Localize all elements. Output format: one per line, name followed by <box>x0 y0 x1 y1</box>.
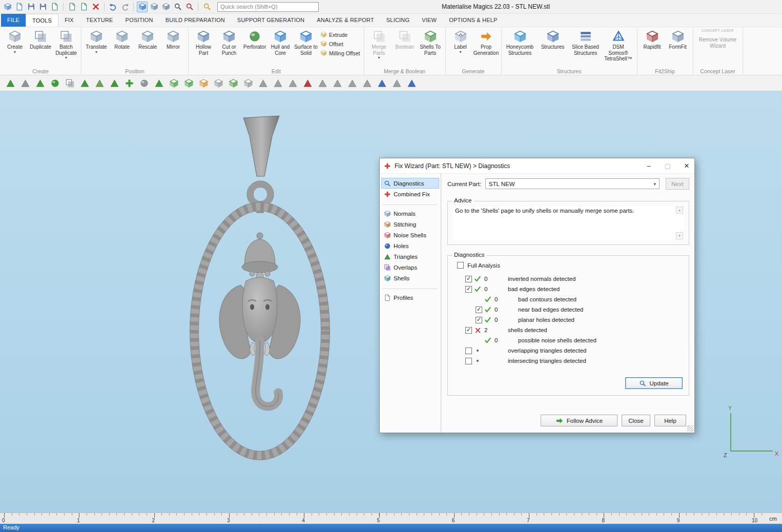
delete-marked-icon[interactable] <box>301 77 314 89</box>
copy-part-icon[interactable] <box>78 2 89 12</box>
fix-wizard-nav-normals[interactable]: Normals <box>381 208 439 219</box>
ribbon-hollow-part-button[interactable]: Hollow Part <box>191 29 216 57</box>
tab-texture[interactable]: TEXTURE <box>80 14 119 27</box>
section-view-icon[interactable] <box>390 77 403 89</box>
checkbox-inverted-normals-detected[interactable] <box>465 276 472 282</box>
ribbon-merge-parts-button[interactable]: Merge Parts▾ <box>366 29 392 62</box>
ribbon-dsm-somos-tetrashell-button[interactable]: DSM Somos® TetraShell™ <box>602 29 635 63</box>
viewport-3d[interactable]: Y X Z Fix Wizard (Part: STL NEW) > Diagn… <box>0 91 782 513</box>
close-icon[interactable]: ✕ <box>679 158 694 173</box>
mark-curve-icon[interactable] <box>93 77 106 89</box>
detect-overlaps-icon[interactable] <box>376 77 388 89</box>
next-button[interactable]: Next <box>666 178 689 190</box>
move-point-icon[interactable] <box>361 77 373 89</box>
stitch-edges-icon[interactable] <box>331 77 343 89</box>
ribbon-surface-to-solid-button[interactable]: Surface to Solid <box>293 29 319 57</box>
mark-part-icon[interactable] <box>168 77 180 89</box>
add-part-icon[interactable] <box>67 2 77 12</box>
unify-shells-icon[interactable] <box>182 77 195 89</box>
fix-wizard-nav-diagnostics[interactable]: Diagnostics <box>381 178 439 189</box>
close-part-icon[interactable] <box>90 2 101 12</box>
ribbon-rescale-button[interactable]: Rescale <box>135 29 160 51</box>
quick-search-input[interactable] <box>217 2 319 12</box>
mark-shell-icon[interactable] <box>49 77 61 89</box>
fix-wizard-nav-shells[interactable]: Shells <box>381 273 439 283</box>
scroll-down-icon[interactable]: ▾ <box>676 232 683 239</box>
smooth-part-icon[interactable] <box>197 77 210 89</box>
mark-rectangle-icon[interactable] <box>64 77 76 89</box>
ribbon-create-button[interactable]: Create▾ <box>2 29 28 55</box>
checkbox-bad-edges-detected[interactable] <box>465 286 472 293</box>
current-part-select[interactable]: STL NEW ▾ <box>485 178 660 189</box>
update-button[interactable]: Update <box>625 377 683 389</box>
checkbox-shells-detected[interactable] <box>465 327 472 334</box>
mark-triangle-icon[interactable] <box>4 77 16 89</box>
tab-file[interactable]: FILE <box>1 14 26 27</box>
mark-plane-icon[interactable] <box>108 77 120 89</box>
follow-advice-button[interactable]: Follow Advice <box>541 415 618 426</box>
ribbon-shells-to-parts-button[interactable]: Shells To Parts <box>418 29 443 57</box>
resize-grip[interactable] <box>687 425 693 432</box>
wrap-part-icon[interactable] <box>242 77 254 89</box>
tab-slicing[interactable]: SLICING <box>380 14 416 27</box>
dialog-title-bar[interactable]: Fix Wizard (Part: STL NEW) > Diagnostics… <box>380 158 694 174</box>
undo-icon[interactable] <box>108 2 118 12</box>
ribbon-label-button[interactable]: Label▾ <box>448 29 474 55</box>
fix-wizard-nav-stitching[interactable]: Stitching <box>381 219 439 230</box>
checkbox-planar-holes-detected[interactable] <box>476 317 482 323</box>
delete-triangle-icon[interactable] <box>272 77 284 89</box>
zoom-icon[interactable] <box>172 2 183 12</box>
ribbon-slice-based-structures-button[interactable]: Slice Based Structures <box>569 29 602 57</box>
ribbon-rapidfit-button[interactable]: Rapidfit <box>640 29 665 51</box>
ribbon-duplicate-button[interactable]: Duplicate <box>28 29 53 51</box>
ribbon-perforator-button[interactable]: Perforator <box>242 29 267 51</box>
ribbon-mirror-button[interactable]: Mirror <box>160 29 186 51</box>
fix-wizard-nav-combined-fix[interactable]: Combined Fix <box>381 189 439 199</box>
zoom-selection-icon[interactable] <box>184 2 195 12</box>
offset-part-icon[interactable] <box>212 77 224 89</box>
fix-wizard-nav-noise-shells[interactable]: Noise Shells <box>381 230 439 240</box>
ribbon-structures-button[interactable]: Structures <box>537 29 569 51</box>
minimize-icon[interactable]: – <box>641 158 656 173</box>
ribbon-batch-duplicate-button[interactable]: Batch Duplicate▾ <box>53 29 79 62</box>
close-button[interactable]: Close <box>622 415 650 426</box>
tab-fix[interactable]: FIX <box>58 14 80 27</box>
ribbon-boolean-button[interactable]: Boolean <box>392 29 418 51</box>
checkbox-near-bad-edges-detected[interactable] <box>476 306 482 313</box>
ribbon-cut-or-punch-button[interactable]: Cut or Punch <box>216 29 242 57</box>
unmark-all-icon[interactable] <box>153 77 165 89</box>
tab-analyze-report[interactable]: ANALYZE & REPORT <box>311 14 380 27</box>
iso-view-icon[interactable] <box>137 2 148 12</box>
app-window-icon[interactable] <box>2 2 13 12</box>
tab-build-preparation[interactable]: BUILD PREPARATION <box>159 14 231 27</box>
checkbox-intersecting-triangles-detected[interactable] <box>465 358 472 364</box>
fix-wizard-nav-profiles[interactable]: Profiles <box>381 292 439 303</box>
save-all-icon[interactable] <box>37 2 48 12</box>
ribbon-hull-and-core-button[interactable]: Hull and Core <box>267 29 293 57</box>
mark-window-icon[interactable] <box>19 77 31 89</box>
tab-options-help[interactable]: OPTIONS & HELP <box>443 14 504 27</box>
import-part-icon[interactable] <box>49 2 60 12</box>
new-document-icon[interactable] <box>14 2 25 12</box>
checkbox-overlapping-triangles-detected[interactable] <box>465 347 472 354</box>
tab-view[interactable]: VIEW <box>416 14 443 27</box>
hollow-part-icon[interactable] <box>227 77 239 89</box>
split-edge-icon[interactable] <box>346 77 358 89</box>
top-view-icon[interactable] <box>160 2 171 12</box>
ribbon-extrude-button[interactable]: Extrude <box>320 31 347 38</box>
fix-wizard-nav-holes[interactable]: Holes <box>381 240 439 251</box>
ribbon-honeycomb-structures-button[interactable]: Honeycomb Structures <box>504 29 537 57</box>
fill-hole-icon[interactable] <box>316 77 328 89</box>
ribbon-offset-button[interactable]: Offset <box>320 40 343 47</box>
measure-triangle-icon[interactable] <box>405 77 418 89</box>
full-analysis-checkbox[interactable] <box>457 262 464 269</box>
ribbon-translate-button[interactable]: Translate▾ <box>84 29 109 55</box>
save-icon[interactable] <box>26 2 36 12</box>
redo-icon[interactable] <box>119 2 130 12</box>
tab-tools[interactable]: TOOLS <box>26 14 58 27</box>
search-options-icon[interactable] <box>201 2 212 12</box>
grow-marking-icon[interactable] <box>123 77 135 89</box>
tab-support-generation[interactable]: SUPPORT GENERATION <box>231 14 311 27</box>
ribbon-formfit-button[interactable]: FormFit <box>665 29 691 51</box>
flip-triangle-icon[interactable] <box>286 77 299 89</box>
